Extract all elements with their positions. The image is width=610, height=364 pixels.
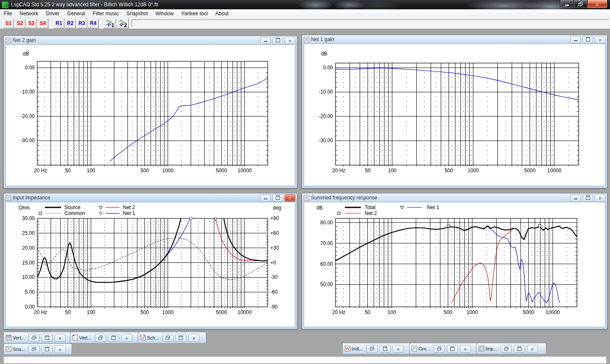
stub-maximize-button[interactable] bbox=[380, 345, 391, 353]
recall-1-button[interactable]: R1 bbox=[53, 19, 64, 28]
net1-gain-title: Net 1 gain bbox=[311, 36, 568, 42]
svg-text:0.00: 0.00 bbox=[25, 304, 35, 310]
svg-text:dB: dB bbox=[321, 51, 327, 57]
net2-maximize-button[interactable] bbox=[272, 37, 283, 44]
minimized-window-vert2[interactable]: Vert... bbox=[70, 332, 141, 343]
net2-minimize-button[interactable] bbox=[260, 37, 271, 44]
svg-text:100: 100 bbox=[87, 309, 95, 315]
menu-file[interactable]: File bbox=[0, 10, 16, 17]
minimized-window-schematic[interactable]: Sch... bbox=[138, 332, 206, 343]
svg-text:100: 100 bbox=[388, 309, 396, 315]
stub-restore-button[interactable] bbox=[28, 334, 39, 342]
stub-close-button[interactable] bbox=[121, 334, 132, 342]
impedance-close-button[interactable] bbox=[285, 194, 295, 201]
minimize-button[interactable] bbox=[560, 0, 574, 8]
svg-text:10.00: 10.00 bbox=[22, 274, 35, 280]
restore-button[interactable] bbox=[574, 0, 587, 8]
svg-text:+30: +30 bbox=[270, 245, 279, 251]
menu-network[interactable]: Network bbox=[16, 10, 42, 17]
stub-maximize-button[interactable] bbox=[447, 345, 458, 353]
input-impedance-window: Input impedance 30.0025.0020.0015.0010.0… bbox=[3, 193, 297, 329]
impedance-grid-icon bbox=[479, 346, 484, 351]
stub-restore-button[interactable] bbox=[162, 334, 173, 342]
stub-close-button[interactable] bbox=[189, 334, 200, 342]
svg-text:1000: 1000 bbox=[468, 168, 479, 174]
snapshot-1-button[interactable]: S1 bbox=[3, 19, 14, 28]
minimized-window-individual[interactable]: Indi... bbox=[342, 343, 413, 354]
net1-gain-chart-area: 0.00-10.00-20.00-30.0020 Hz5010050010005… bbox=[304, 44, 605, 186]
svg-text:20 Hz: 20 Hz bbox=[34, 168, 47, 174]
svg-text:0.00: 0.00 bbox=[323, 65, 333, 71]
maximize-icon bbox=[383, 347, 387, 351]
net2-gain-titlebar[interactable]: Net 2 gain bbox=[4, 36, 297, 44]
window-titlebar[interactable]: LspCAD Std 5.25 2 way advanced filter - … bbox=[0, 0, 610, 9]
impedance-maximize-button[interactable] bbox=[272, 194, 283, 201]
menu-driver[interactable]: Driver bbox=[42, 10, 63, 17]
stub-close-button[interactable] bbox=[393, 345, 404, 353]
stub-restore-button[interactable] bbox=[501, 345, 512, 353]
svg-text:-30: -30 bbox=[270, 274, 278, 280]
menu-about[interactable]: About bbox=[211, 10, 232, 17]
net1-close-button[interactable] bbox=[595, 36, 605, 43]
net2-close-button[interactable] bbox=[285, 37, 295, 44]
net1-minimize-button[interactable] bbox=[570, 36, 581, 43]
menu-snapshot[interactable]: Snapshot bbox=[122, 10, 152, 17]
svg-text:1000: 1000 bbox=[162, 309, 174, 315]
impedance-minimize-button[interactable] bbox=[260, 194, 271, 201]
summed-maximize-button[interactable] bbox=[582, 194, 593, 201]
summed-close-button[interactable] bbox=[595, 194, 605, 201]
svg-text:-90: -90 bbox=[270, 304, 278, 310]
minimize-icon bbox=[565, 5, 569, 6]
stub-maximize-button[interactable] bbox=[514, 345, 525, 353]
stub-close-button[interactable] bbox=[460, 345, 471, 353]
maximize-icon bbox=[179, 336, 183, 340]
recall-3-button[interactable]: R3 bbox=[76, 19, 87, 28]
simulate-2-button[interactable]: 2 bbox=[116, 18, 129, 28]
stub-maximize-button[interactable] bbox=[175, 334, 186, 342]
recall-4-button[interactable]: R4 bbox=[88, 19, 99, 28]
stub-restore-button[interactable] bbox=[366, 345, 377, 353]
stub-maximize-button[interactable] bbox=[108, 334, 119, 342]
net2-gain-chart: 0.00-10.00-20.00-30.0020 Hz5010050010005… bbox=[6, 45, 296, 187]
lspcad-app-icon bbox=[2, 1, 9, 8]
stub-maximize-button[interactable] bbox=[42, 345, 53, 353]
summed-response-titlebar[interactable]: Summed frequency response bbox=[302, 193, 607, 202]
menu-general[interactable]: General bbox=[63, 10, 89, 17]
stub-close-button[interactable] bbox=[55, 345, 66, 353]
simulate-1-button[interactable]: 1 bbox=[104, 18, 116, 28]
menu-yankee-tool[interactable]: Yankee tool bbox=[177, 10, 212, 17]
svg-text:50.00: 50.00 bbox=[320, 281, 333, 287]
snapshot-4-button[interactable]: S4 bbox=[37, 19, 48, 28]
stub-maximize-button[interactable] bbox=[42, 334, 53, 342]
summed-minimize-button[interactable] bbox=[570, 194, 581, 201]
stub-close-button[interactable] bbox=[55, 334, 66, 342]
close-icon bbox=[58, 345, 62, 353]
svg-text:100: 100 bbox=[388, 168, 396, 174]
svg-text:+90: +90 bbox=[270, 215, 279, 221]
stub-restore-button[interactable] bbox=[95, 334, 106, 342]
minimized-window-group-delay[interactable]: Gro... bbox=[409, 343, 480, 354]
recall-2-button[interactable]: R2 bbox=[65, 19, 76, 28]
net1-gain-titlebar[interactable]: Net 1 gain bbox=[302, 35, 607, 44]
close-icon bbox=[464, 345, 467, 353]
snapshot-2-button[interactable]: S2 bbox=[14, 19, 25, 28]
summed-response-title: Summed frequency response bbox=[311, 195, 568, 201]
notes-icon bbox=[72, 335, 78, 340]
chart-icon bbox=[6, 38, 11, 43]
menu-window[interactable]: Window bbox=[152, 10, 177, 17]
net1-maximize-button[interactable] bbox=[582, 36, 593, 43]
menu-filter-music[interactable]: Filter music bbox=[89, 10, 122, 17]
svg-text:-30.00: -30.00 bbox=[20, 138, 35, 143]
stub-restore-button[interactable] bbox=[28, 345, 39, 353]
stub-close-button[interactable] bbox=[527, 345, 538, 353]
svg-text:5000: 5000 bbox=[216, 168, 227, 174]
close-button[interactable] bbox=[587, 0, 607, 8]
snapshot-3-button[interactable]: S3 bbox=[26, 19, 37, 28]
minimized-window-vert1[interactable]: Vert... bbox=[3, 332, 72, 343]
stub-restore-button[interactable] bbox=[434, 345, 445, 353]
close-icon bbox=[531, 345, 534, 353]
svg-text:60.00: 60.00 bbox=[320, 261, 333, 267]
minimized-window-snapshot[interactable]: Sna... bbox=[3, 343, 72, 354]
input-impedance-titlebar[interactable]: Input impedance bbox=[4, 193, 297, 202]
minimized-window-impedance[interactable]: Imp... bbox=[476, 343, 546, 354]
